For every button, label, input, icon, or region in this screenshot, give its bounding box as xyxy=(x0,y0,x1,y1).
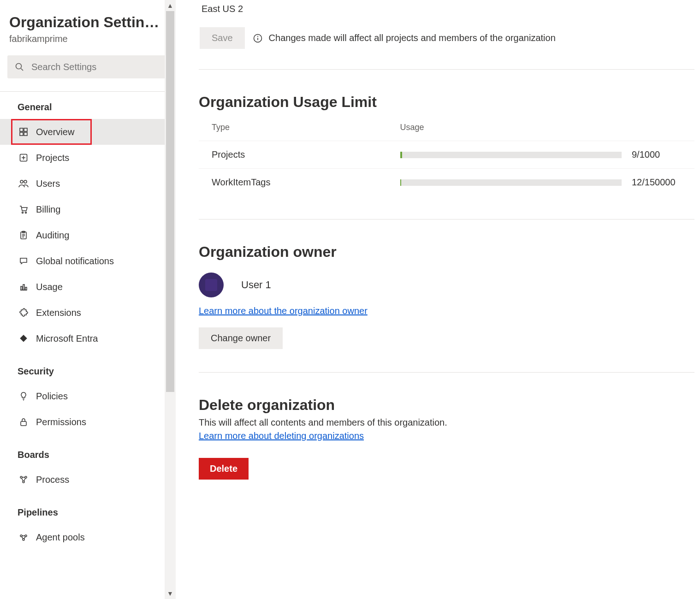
delete-learn-more-link[interactable]: Learn more about deleting organizations xyxy=(199,431,364,441)
nav-item-label: Global notifications xyxy=(36,256,114,267)
scroll-up-icon[interactable]: ▲ xyxy=(165,0,176,11)
svg-rect-22 xyxy=(20,335,27,342)
delete-heading: Delete organization xyxy=(199,397,694,414)
usage-bar-fill xyxy=(400,152,402,158)
svg-rect-21 xyxy=(25,287,27,290)
nav-item-label: Permissions xyxy=(36,417,86,427)
svg-rect-5 xyxy=(24,132,27,136)
usage-value-cell: 9/1000 xyxy=(387,141,695,169)
svg-line-34 xyxy=(24,537,25,539)
svg-rect-4 xyxy=(20,132,23,136)
owner-learn-more-link[interactable]: Learn more about the organization owner xyxy=(199,306,368,316)
usage-heading: Organization Usage Limit xyxy=(199,94,694,111)
svg-rect-25 xyxy=(21,421,26,426)
usage-row: WorkItemTags12/150000 xyxy=(199,169,694,196)
nav-item-policies[interactable]: Policies xyxy=(0,383,176,409)
owner-heading: Organization owner xyxy=(199,243,694,261)
chart-icon xyxy=(18,282,30,291)
svg-line-33 xyxy=(22,537,23,539)
lock-icon xyxy=(18,417,30,427)
nav-item-label: Extensions xyxy=(36,308,81,318)
grid-icon xyxy=(18,127,30,136)
nav-item-users[interactable]: Users xyxy=(0,171,176,196)
search-settings-box[interactable] xyxy=(7,55,168,78)
change-owner-button[interactable]: Change owner xyxy=(199,327,283,349)
nav-group-label: General xyxy=(0,102,176,113)
main-content: East US 2 Save Changes made will affect … xyxy=(176,0,700,599)
svg-rect-19 xyxy=(21,286,22,290)
nav-item-auditing[interactable]: Auditing xyxy=(0,222,176,248)
process-icon xyxy=(18,475,30,484)
nav-item-microsoft-entra[interactable]: Microsoft Entra xyxy=(0,326,176,351)
nav-item-label: Overview xyxy=(36,127,74,137)
svg-point-37 xyxy=(257,36,258,37)
nav-item-label: Users xyxy=(36,178,60,189)
nav-item-label: Billing xyxy=(36,204,60,215)
nav-item-label: Projects xyxy=(36,153,69,163)
svg-line-1 xyxy=(21,69,24,71)
nav-item-projects[interactable]: Projects xyxy=(0,145,176,171)
svg-rect-20 xyxy=(23,285,24,290)
svg-point-11 xyxy=(22,212,24,214)
cart-icon xyxy=(18,205,30,214)
nav-item-billing[interactable]: Billing xyxy=(0,196,176,222)
svg-rect-3 xyxy=(24,128,27,131)
delete-blurb: This will affect all contents and member… xyxy=(199,417,694,428)
nav-item-extensions[interactable]: Extensions xyxy=(0,300,176,326)
owner-avatar xyxy=(199,273,224,297)
nav-item-label: Microsoft Entra xyxy=(36,333,98,344)
scroll-down-icon[interactable]: ▼ xyxy=(165,588,176,599)
nav-item-label: Auditing xyxy=(36,230,69,241)
search-icon xyxy=(15,62,24,71)
svg-point-29 xyxy=(20,535,22,537)
usage-value-cell: 12/150000 xyxy=(387,169,695,196)
nav-item-agent-pools[interactable]: Agent pools xyxy=(0,524,176,550)
owner-name: User 1 xyxy=(241,279,271,291)
info-icon xyxy=(253,34,262,43)
svg-point-9 xyxy=(20,180,23,183)
usage-col-usage: Usage xyxy=(387,123,695,141)
scroll-thumb[interactable] xyxy=(166,11,174,392)
sidebar-title: Organization Settin… xyxy=(9,14,166,31)
delete-button[interactable]: Delete xyxy=(199,458,249,480)
svg-point-12 xyxy=(25,212,27,214)
region-label: East US 2 xyxy=(202,4,694,14)
section-divider xyxy=(199,219,694,219)
puzzle-icon xyxy=(18,308,30,317)
sidebar-divider xyxy=(0,91,176,92)
save-note-text: Changes made will affect all projects an… xyxy=(269,33,556,43)
sidebar: Organization Settin… fabrikamprime Gener… xyxy=(0,0,176,599)
nav-item-label: Usage xyxy=(36,282,63,292)
usage-display: 12/150000 xyxy=(632,177,687,188)
usage-row: Projects9/1000 xyxy=(199,141,694,169)
diamond-icon xyxy=(18,334,30,343)
svg-point-0 xyxy=(16,64,22,69)
scroll-track[interactable] xyxy=(165,11,176,588)
nav-item-global-notifications[interactable]: Global notifications xyxy=(0,248,176,274)
svg-point-30 xyxy=(25,535,27,537)
nav-item-permissions[interactable]: Permissions xyxy=(0,409,176,435)
nav-item-usage[interactable]: Usage xyxy=(0,274,176,300)
chat-icon xyxy=(18,256,30,266)
nav-item-label: Policies xyxy=(36,391,68,402)
usage-bar xyxy=(400,152,622,158)
sidebar-scrollbar[interactable]: ▲ ▼ xyxy=(165,0,176,599)
nav-group-label: Pipelines xyxy=(0,507,176,518)
nav-item-label: Process xyxy=(36,474,69,485)
svg-point-31 xyxy=(23,539,24,540)
users-icon xyxy=(18,179,30,188)
pools-icon xyxy=(18,533,30,542)
section-divider xyxy=(199,69,694,70)
usage-type: WorkItemTags xyxy=(199,169,387,196)
svg-point-27 xyxy=(25,476,27,478)
usage-col-type: Type xyxy=(199,123,387,141)
nav-item-overview[interactable]: Overview xyxy=(0,119,176,145)
nav-item-process[interactable]: Process xyxy=(0,467,176,492)
svg-point-26 xyxy=(20,476,22,478)
usage-bar-fill xyxy=(400,179,402,186)
nav-group-label: Security xyxy=(0,366,176,377)
bulb-icon xyxy=(18,391,30,401)
usage-type: Projects xyxy=(199,141,387,169)
search-settings-input[interactable] xyxy=(30,61,161,73)
svg-rect-2 xyxy=(20,128,23,131)
